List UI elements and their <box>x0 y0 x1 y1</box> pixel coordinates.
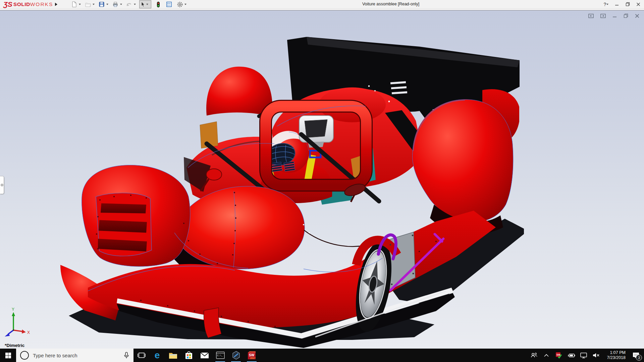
print-button[interactable] <box>112 1 119 8</box>
doc-close-button[interactable] <box>635 13 639 19</box>
view-orientation-label: *Dimetric <box>5 343 24 348</box>
pane-tab-dot-icon <box>1 184 3 186</box>
microsoft-store-icon[interactable] <box>181 349 197 362</box>
solidworks-logo: ƷS SOLID WORKS <box>3 0 53 8</box>
options-dropdown-caret[interactable] <box>184 4 186 5</box>
open-button[interactable] <box>84 1 92 8</box>
save-button[interactable] <box>98 1 105 8</box>
nose-crease <box>304 230 365 246</box>
minimize-button[interactable] <box>614 1 620 8</box>
hexagon-badge-icon <box>232 351 240 360</box>
title-bar: ƷS SOLID WORKS <box>0 0 644 9</box>
doc-restore-button[interactable] <box>624 13 628 19</box>
clock-time: 1:07 PM <box>605 350 626 355</box>
action-center-button[interactable]: 3 <box>629 349 643 362</box>
system-tray: SW 1:07 PM 7/23/2018 3 <box>529 349 644 362</box>
file-explorer-icon[interactable] <box>165 349 181 362</box>
show-left-pane-button[interactable] <box>588 13 594 19</box>
performance-lights-button[interactable] <box>155 1 162 8</box>
windows-logo-icon <box>5 353 11 358</box>
viewport-3d[interactable]: Y X *Dimetric <box>0 10 644 349</box>
y-axis-label: Y <box>12 307 14 312</box>
store-bag-icon <box>185 351 193 360</box>
cortana-circle-icon <box>20 351 29 360</box>
mail-icon[interactable] <box>197 349 212 362</box>
print-dropdown-caret[interactable] <box>120 4 122 5</box>
quick-access-toolbar <box>70 1 188 8</box>
edge-browser-icon[interactable]: e <box>149 349 165 362</box>
gear-icon <box>177 1 183 8</box>
new-document-icon <box>71 1 77 7</box>
tray-chevron-up-icon[interactable] <box>541 349 551 362</box>
taskbar-clock[interactable]: 1:07 PM 7/23/2018 <box>605 350 626 360</box>
property-form-icon <box>166 1 172 7</box>
volume-muted-icon[interactable] <box>591 349 601 362</box>
svg-text:SW: SW <box>556 354 560 356</box>
right-triangle-icon <box>55 3 57 6</box>
x-axis-label: X <box>27 330 30 335</box>
terminal-icon: C:\_ <box>216 352 225 359</box>
restore-icon <box>626 2 630 6</box>
headrest-fairing[interactable] <box>206 67 272 117</box>
network-display-icon[interactable] <box>579 349 589 362</box>
y-axis-arrow <box>12 312 15 316</box>
doc-minimize-button[interactable] <box>612 13 617 19</box>
command-prompt-icon[interactable]: C:\_ <box>212 349 228 362</box>
notification-count-badge: 3 <box>636 355 642 361</box>
people-icon[interactable] <box>529 349 539 362</box>
print-icon <box>112 1 118 7</box>
menu-expand-arrow[interactable] <box>54 1 58 7</box>
race-car-model[interactable] <box>0 10 644 349</box>
folder-icon <box>169 352 177 359</box>
show-right-pane-button[interactable] <box>600 13 606 19</box>
battery-icon[interactable] <box>566 349 576 362</box>
close-icon <box>636 2 640 6</box>
task-view-icon <box>138 352 146 359</box>
svg-text:2017: 2017 <box>250 357 256 359</box>
search-box[interactable] <box>16 349 133 362</box>
taskbar: e C:\_ SW2017 SW <box>0 349 644 362</box>
nose-dome[interactable] <box>174 186 305 269</box>
help-button[interactable]: ? <box>603 1 609 8</box>
x-axis-arrow <box>22 329 26 334</box>
solidworks-monitor-tray-icon[interactable]: SW <box>554 349 564 362</box>
save-floppy-icon <box>99 1 105 7</box>
undo-button[interactable] <box>125 1 133 8</box>
new-document-button[interactable] <box>70 1 78 8</box>
undo-arrow-icon <box>126 1 132 7</box>
select-dropdown-caret[interactable] <box>146 4 148 5</box>
clock-date: 7/23/2018 <box>605 355 626 360</box>
rear-right-fender[interactable] <box>413 100 513 222</box>
hexagon-app-icon[interactable] <box>228 349 244 362</box>
svg-text:SW: SW <box>249 353 255 357</box>
new-dropdown-caret[interactable] <box>79 4 81 5</box>
sw-cube-icon: SW2017 <box>247 351 256 360</box>
restore-button[interactable] <box>625 1 631 8</box>
help-dropdown-caret <box>606 4 608 5</box>
open-dropdown-caret[interactable] <box>93 4 95 5</box>
save-dropdown-caret[interactable] <box>106 4 108 5</box>
microphone-icon[interactable] <box>123 352 129 359</box>
close-button[interactable] <box>635 1 641 8</box>
task-view-button[interactable] <box>133 349 149 362</box>
undo-dropdown-caret[interactable] <box>134 4 136 5</box>
open-folder-icon <box>85 1 91 7</box>
property-form-button[interactable] <box>165 1 173 8</box>
start-button[interactable] <box>0 349 16 362</box>
feature-pane-tab[interactable] <box>0 176 4 194</box>
solidworks-logo-mark: ƷS <box>3 0 12 8</box>
select-tool-button[interactable] <box>139 0 151 8</box>
svg-text:C:\_: C:\_ <box>217 354 223 357</box>
document-window-controls <box>588 13 639 19</box>
select-cursor-icon <box>140 1 146 7</box>
window-controls: ? <box>603 0 641 8</box>
window-frame-strip <box>0 9 644 10</box>
options-button[interactable] <box>176 1 183 8</box>
orientation-triad: Y X <box>2 305 42 339</box>
search-input[interactable] <box>32 352 123 359</box>
traffic-light-icon <box>155 1 161 8</box>
solidworks-2017-icon[interactable]: SW2017 <box>244 349 260 362</box>
taskbar-apps: e C:\_ SW2017 <box>133 349 260 362</box>
minimize-icon <box>615 2 619 6</box>
window-title: Voiture assomblee [Read-only] <box>362 2 419 6</box>
